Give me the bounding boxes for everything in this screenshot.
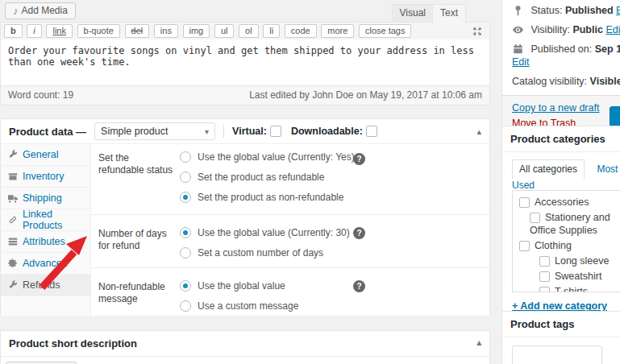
word-count-value: 19 [63, 89, 73, 101]
main-column: ♪ Add Media Visual Text b i link b-quote… [0, 0, 490, 105]
radio-icon[interactable] [180, 227, 191, 238]
fullscreen-icon[interactable] [472, 27, 482, 36]
qt-code-button[interactable]: code [285, 24, 317, 38]
visibility-value: Public [572, 24, 603, 35]
edit-visibility-link[interactable]: Edit [605, 24, 620, 35]
pin-icon [512, 5, 524, 16]
category-item[interactable]: Long sleeve [539, 254, 620, 267]
qt-italic-button[interactable]: i [27, 24, 41, 38]
visibility-label: Visibility: [531, 24, 569, 35]
tab-inventory[interactable]: Inventory [1, 166, 90, 188]
radio-option[interactable]: Set the product as refundable [180, 172, 355, 183]
category-item[interactable]: Sweatshirt [539, 270, 620, 283]
chevron-down-icon: ▾ [205, 127, 209, 136]
radio-icon[interactable] [180, 192, 191, 203]
edit-published-link[interactable]: Edit [512, 56, 530, 68]
tab-advanced[interactable]: Advanced [1, 253, 90, 275]
radio-label: Set the product as non-refundable [198, 192, 343, 203]
metabox-title: Product categories [510, 133, 605, 145]
tab-attributes[interactable]: Attributes [1, 231, 90, 253]
add-new-category-link[interactable]: + Add new category [512, 300, 607, 312]
category-checkbox[interactable] [530, 213, 540, 223]
edit-published-row: Edit [512, 56, 620, 68]
radio-icon[interactable] [180, 247, 191, 259]
product-data-tabs: General Inventory Shipping Linked Produc… [1, 144, 91, 316]
collapse-toggle-icon[interactable]: ▴ [476, 126, 481, 137]
tab-label: Inventory [23, 171, 64, 182]
editor-status-bar: Word count: 19 Last edited by John Doe o… [1, 85, 489, 105]
radio-icon[interactable] [180, 172, 191, 183]
radio-icon[interactable] [180, 151, 191, 163]
tab-general[interactable]: General [1, 144, 90, 166]
edit-status-link[interactable]: Edit [616, 5, 620, 16]
category-checkbox[interactable] [539, 287, 550, 292]
help-icon[interactable]: ? [353, 280, 365, 292]
categories-title: Product categories [502, 126, 620, 152]
category-item[interactable]: Accessories [519, 196, 620, 209]
virtual-checkbox[interactable] [270, 126, 281, 137]
category-item[interactable]: T-shirts [539, 285, 620, 292]
category-checkbox[interactable] [539, 256, 550, 267]
editor-textarea[interactable]: Order your favourite songs on vinyl and … [1, 39, 489, 85]
media-icon: ♪ [13, 6, 19, 16]
qt-img-button[interactable]: img [183, 24, 210, 38]
categories-checklist[interactable]: Accessories Stationery and Office Suppli… [512, 190, 620, 292]
radio-label: Set the product as refundable [198, 172, 324, 183]
add-media-button[interactable]: ♪ Add Media [5, 2, 76, 19]
qt-bquote-button[interactable]: b-quote [77, 24, 120, 38]
quicktags-toolbar: b i link b-quote del ins img ul ol li co… [1, 23, 489, 39]
category-item[interactable]: Clothing [519, 239, 620, 252]
update-button[interactable]: Update [610, 106, 620, 127]
catalog-visibility-row: Catalog visibility: Visible Edit [512, 76, 620, 87]
radio-option[interactable]: Use the global value (Currently: 30) [180, 227, 350, 238]
qt-more-button[interactable]: more [321, 24, 354, 38]
qt-link-button[interactable]: link [46, 24, 73, 38]
radio-label: Use the global value (Currently: Yes) [198, 151, 355, 163]
radio-option[interactable]: Set a custom number of days [180, 247, 350, 259]
product-type-select[interactable]: Simple product ▾ [94, 122, 215, 140]
category-item[interactable]: Stationery and Office Supplies [530, 211, 620, 237]
qt-ol-button[interactable]: ol [239, 24, 259, 38]
qt-li-button[interactable]: li [263, 24, 280, 38]
catalog-value: Visible [590, 76, 620, 87]
radio-option[interactable]: Use the global value [180, 280, 298, 292]
radio-icon[interactable] [180, 300, 191, 312]
category-checkbox[interactable] [519, 197, 530, 208]
qt-closetags-button[interactable]: close tags [359, 24, 412, 38]
catalog-label: Catalog visibility: [512, 76, 587, 87]
downloadable-checkbox[interactable] [366, 126, 377, 137]
non-refundable-message-section: Non-refundable message Use the global va… [91, 268, 489, 316]
radio-option[interactable]: Use a custom message [180, 300, 298, 312]
tab-linked-products[interactable]: Linked Products [1, 209, 90, 231]
radio-option[interactable]: Use the global value (Currently: Yes) [180, 151, 355, 163]
tab-text[interactable]: Text [432, 4, 466, 23]
tab-visual[interactable]: Visual [392, 4, 434, 23]
help-icon[interactable]: ? [353, 227, 365, 239]
qt-ins-button[interactable]: ins [154, 24, 178, 38]
qt-bold-button[interactable]: b [4, 24, 23, 38]
radio-icon[interactable] [180, 280, 191, 292]
status-label: Status: [531, 5, 562, 16]
tab-shipping[interactable]: Shipping [1, 188, 90, 209]
divider [223, 125, 224, 138]
tab-all-categories[interactable]: All categories [512, 159, 585, 180]
short-description-title: Product short description ▴ [1, 331, 489, 357]
product-categories-metabox: Product categories All categories Most U… [501, 126, 620, 322]
collapse-toggle-icon[interactable]: ▴ [476, 337, 481, 348]
tags-input[interactable] [512, 345, 602, 364]
tab-refunds[interactable]: Refunds [1, 275, 90, 296]
text-editor: b i link b-quote del ins img ul ol li co… [0, 22, 490, 105]
qt-del-button[interactable]: del [125, 24, 150, 38]
inventory-icon [8, 172, 18, 181]
category-checkbox[interactable] [519, 241, 530, 251]
radio-option[interactable]: Set the product as non-refundable [180, 192, 355, 203]
help-icon[interactable]: ? [353, 153, 365, 165]
refunds-panel: Set the refundable status Use the global… [91, 144, 489, 316]
qt-ul-button[interactable]: ul [214, 24, 235, 38]
copy-to-draft-link[interactable]: Copy to a new draft [512, 102, 599, 114]
editor-tools: ♪ Add Media Visual Text [0, 0, 490, 22]
section-label: Non-refundable message [91, 280, 180, 321]
tab-label: Refunds [23, 279, 60, 291]
category-checkbox[interactable] [539, 271, 550, 282]
categories-body: All categories Most Used Accessories Sta… [502, 152, 620, 321]
